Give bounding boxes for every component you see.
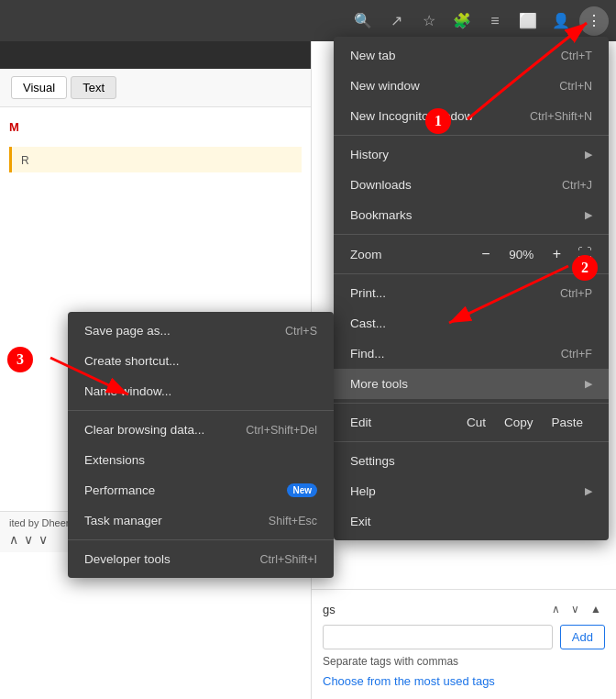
- new-window-label: New window: [350, 79, 559, 93]
- save-page-shortcut: Ctrl+S: [285, 325, 317, 338]
- print-shortcut: Ctrl+P: [560, 287, 592, 300]
- menu-item-more-tools[interactable]: More tools ▶: [334, 369, 609, 399]
- new-window-shortcut: Ctrl+N: [559, 80, 592, 93]
- chrome-toolbar: 🔍 ↗ ☆ 🧩 ≡ ⬜ 👤 ⋮: [0, 0, 616, 41]
- reading-list-icon[interactable]: ≡: [480, 6, 510, 36]
- help-arrow: ▶: [585, 485, 592, 497]
- submenu-save-page[interactable]: Save page as... Ctrl+S: [68, 316, 334, 346]
- dark-strip: [0, 41, 311, 69]
- account-icon[interactable]: 👤: [546, 6, 576, 36]
- tags-header: gs ∧ ∨ ▲: [323, 601, 605, 617]
- downloads-label: Downloads: [350, 178, 562, 192]
- copy-button[interactable]: Copy: [495, 414, 543, 431]
- menu-item-new-tab[interactable]: New tab Ctrl+T: [334, 40, 609, 71]
- task-manager-shortcut: Shift+Esc: [269, 515, 317, 527]
- extension-icon[interactable]: 🧩: [447, 6, 477, 36]
- menu-item-print[interactable]: Print... Ctrl+P: [334, 278, 609, 308]
- menu-button[interactable]: ⋮: [579, 6, 609, 36]
- save-page-label: Save page as...: [84, 324, 170, 338]
- new-badge: New: [287, 483, 317, 497]
- bookmarks-label: Bookmarks: [350, 208, 578, 222]
- submenu-developer-tools[interactable]: Developer tools Ctrl+Shift+I: [68, 544, 334, 574]
- submenu-name-window[interactable]: Name window...: [68, 376, 334, 406]
- menu-item-bookmarks[interactable]: Bookmarks ▶: [334, 200, 609, 230]
- tags-up-btn[interactable]: ∧: [548, 601, 564, 617]
- sub-divider-2: [68, 539, 334, 540]
- submenu-task-manager[interactable]: Task manager Shift+Esc: [68, 505, 334, 536]
- window-icon[interactable]: ⬜: [513, 6, 543, 36]
- menu-item-downloads[interactable]: Downloads Ctrl+J: [334, 170, 609, 200]
- developer-tools-label: Developer tools: [84, 552, 170, 566]
- submenu-create-shortcut[interactable]: Create shortcut...: [68, 346, 334, 376]
- performance-label: Performance: [84, 483, 155, 497]
- tags-expand-btn[interactable]: ▲: [587, 601, 605, 617]
- zoom-label: Zoom: [350, 248, 468, 261]
- find-label: Find...: [350, 347, 561, 361]
- menu-divider-3: [334, 273, 609, 274]
- settings-label: Settings: [350, 454, 592, 468]
- menu-item-history[interactable]: History ▶: [334, 139, 609, 170]
- history-label: History: [350, 148, 578, 161]
- more-tools-submenu: Save page as... Ctrl+S Create shortcut..…: [68, 312, 334, 578]
- create-shortcut-label: Create shortcut...: [84, 354, 180, 368]
- submenu-extensions[interactable]: Extensions: [68, 445, 334, 475]
- share-icon[interactable]: ↗: [381, 6, 411, 36]
- zoom-value: 90%: [503, 248, 540, 261]
- developer-tools-shortcut: Ctrl+Shift+I: [259, 553, 317, 566]
- menu-item-new-window[interactable]: New window Ctrl+N: [334, 71, 609, 101]
- cast-label: Cast...: [350, 316, 592, 330]
- menu-divider-1: [334, 135, 609, 136]
- history-arrow: ▶: [585, 149, 592, 161]
- tags-controls: ∧ ∨ ▲: [548, 601, 605, 617]
- tab-text[interactable]: Text: [71, 76, 116, 99]
- menu-item-incognito[interactable]: New Incognito window Ctrl+Shift+N: [334, 101, 609, 131]
- menu-item-cast[interactable]: Cast...: [334, 308, 609, 338]
- new-tab-shortcut: Ctrl+T: [561, 50, 592, 62]
- zoom-icon[interactable]: 🔍: [348, 6, 378, 36]
- menu-item-settings[interactable]: Settings: [334, 446, 609, 476]
- add-tag-button[interactable]: Add: [560, 625, 605, 649]
- tags-down-btn[interactable]: ∨: [567, 601, 583, 617]
- sub-divider-1: [68, 410, 334, 411]
- new-tab-label: New tab: [350, 49, 561, 62]
- fullscreen-icon[interactable]: ⛶: [578, 246, 592, 262]
- extensions-label: Extensions: [84, 453, 145, 467]
- editor-tabs: Visual Text: [0, 69, 311, 107]
- menu-divider-2: [334, 234, 609, 235]
- more-tools-arrow: ▶: [585, 378, 592, 390]
- menu-divider-4: [334, 403, 609, 404]
- help-label: Help: [350, 484, 578, 498]
- tab-visual[interactable]: Visual: [11, 76, 67, 99]
- submenu-performance[interactable]: Performance New: [68, 475, 334, 505]
- clear-data-shortcut: Ctrl+Shift+Del: [246, 424, 317, 437]
- menu-item-find[interactable]: Find... Ctrl+F: [334, 338, 609, 369]
- tags-section: gs ∧ ∨ ▲ Add Separate tags with commas C…: [312, 589, 616, 699]
- menu-divider-5: [334, 441, 609, 442]
- zoom-minus-btn[interactable]: −: [476, 244, 495, 264]
- find-shortcut: Ctrl+F: [561, 348, 592, 361]
- incognito-label: New Incognito window: [350, 109, 530, 123]
- edit-label: Edit: [350, 416, 457, 429]
- tags-link[interactable]: Choose from the most used tags: [323, 674, 495, 688]
- exit-label: Exit: [350, 515, 592, 528]
- down-arrow-btn[interactable]: ∨: [24, 532, 33, 547]
- up-arrow-btn[interactable]: ∧: [9, 532, 18, 547]
- menu-item-exit[interactable]: Exit: [334, 506, 609, 537]
- downloads-shortcut: Ctrl+J: [562, 179, 592, 192]
- cut-button[interactable]: Cut: [457, 414, 495, 431]
- name-window-label: Name window...: [84, 384, 171, 398]
- paste-button[interactable]: Paste: [542, 414, 592, 431]
- submenu-clear-data[interactable]: Clear browsing data... Ctrl+Shift+Del: [68, 415, 334, 445]
- bookmark-icon[interactable]: ☆: [414, 6, 444, 36]
- menu-item-help[interactable]: Help ▶: [334, 476, 609, 506]
- print-label: Print...: [350, 286, 560, 300]
- expand-arrow-btn[interactable]: ∨: [38, 532, 48, 547]
- chrome-menu: New tab Ctrl+T New window Ctrl+N New Inc…: [334, 37, 609, 540]
- tags-input[interactable]: [323, 625, 553, 649]
- more-tools-label: More tools: [350, 377, 578, 391]
- task-manager-label: Task manager: [84, 514, 162, 527]
- tags-input-row: Add: [323, 625, 605, 649]
- incognito-shortcut: Ctrl+Shift+N: [530, 110, 592, 123]
- zoom-plus-btn[interactable]: +: [547, 244, 566, 264]
- tags-hint: Separate tags with commas: [323, 655, 605, 668]
